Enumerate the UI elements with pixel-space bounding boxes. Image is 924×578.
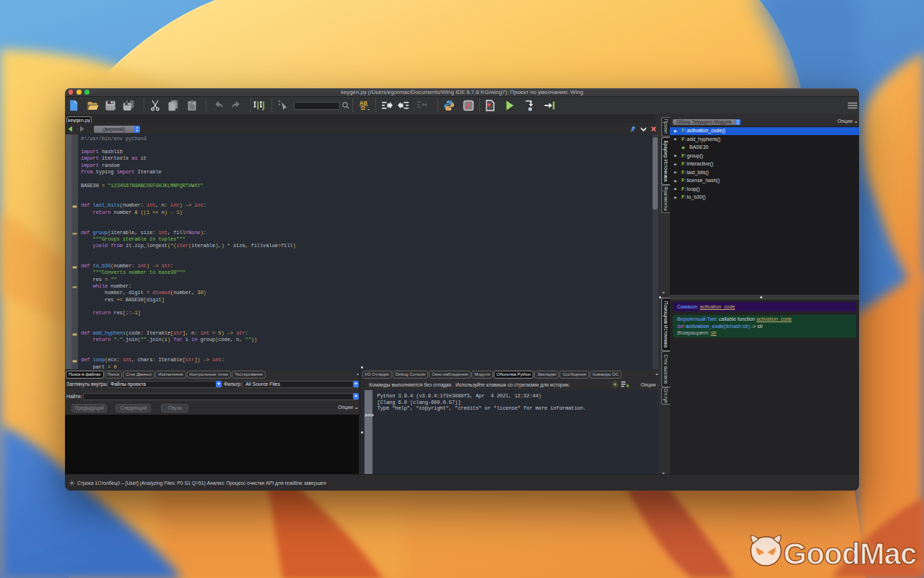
svg-text:GoodMac: GoodMac (783, 537, 917, 571)
